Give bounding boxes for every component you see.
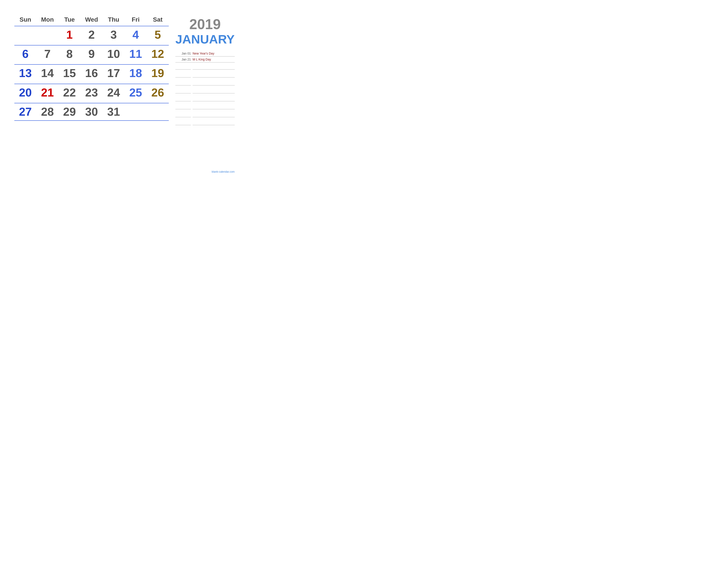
day-header-tue: Tue: [58, 14, 81, 25]
notes-line-right: [193, 97, 235, 101]
day-cell: [125, 105, 147, 119]
day-header-fri: Fri: [125, 14, 147, 25]
day-cell: 27: [14, 105, 36, 119]
notes-line-pair: [175, 113, 235, 118]
day-cell: 4: [125, 28, 147, 42]
day-header-mon: Mon: [36, 14, 58, 25]
calendar-grid: SunMonTueWedThuFriSat 123456789101112131…: [14, 14, 169, 173]
notes-line-left: [175, 97, 191, 101]
day-cell: 14: [36, 66, 58, 80]
day-cell: 16: [81, 66, 103, 80]
day-cell: 1: [58, 28, 81, 42]
day-cell: 31: [103, 105, 125, 119]
notes-line-left: [175, 121, 191, 125]
day-header-wed: Wed: [81, 14, 103, 25]
day-cell: 5: [147, 28, 169, 42]
notes-line-pair: [175, 121, 235, 126]
day-cell: 22: [58, 85, 81, 100]
year-display: 2019: [175, 17, 235, 32]
day-cell: 21: [36, 85, 58, 100]
notes-line-left: [175, 81, 191, 85]
notes-line-left: [175, 105, 191, 109]
day-cell: 8: [58, 47, 81, 61]
notes-line-pair: [175, 73, 235, 78]
holiday-name: M L King Day: [193, 58, 235, 61]
notes-line-right: [193, 73, 235, 77]
week-row-4: 20212223242526: [14, 84, 169, 101]
day-cell: 20: [14, 85, 36, 100]
day-header-sat: Sat: [147, 14, 169, 25]
notes-line-left: [175, 73, 191, 77]
day-header-sun: Sun: [14, 14, 36, 25]
day-cell: 9: [81, 47, 103, 61]
notes-line-left: [175, 89, 191, 93]
day-cell: [14, 28, 36, 42]
holidays-section: Jan 01New Year's DayJan 21M L King Day: [175, 51, 235, 62]
day-cell: 7: [36, 47, 58, 61]
notes-line-right: [193, 81, 235, 85]
day-cell: 25: [125, 85, 147, 100]
calendar-container: SunMonTueWedThuFriSat 123456789101112131…: [6, 8, 237, 180]
calendar-info-panel: 2019 JANUARY Jan 01New Year's DayJan 21M…: [175, 14, 235, 173]
holiday-date: Jan 01: [175, 52, 191, 55]
day-cell: 26: [147, 85, 169, 100]
holiday-name: New Year's Day: [193, 52, 235, 55]
day-cell: 2: [81, 28, 103, 42]
day-cell: 6: [14, 47, 36, 61]
day-cell: 3: [103, 28, 125, 42]
day-cell: 30: [81, 105, 103, 119]
day-header-thu: Thu: [103, 14, 125, 25]
notes-line-left: [175, 113, 191, 117]
notes-section: [175, 65, 235, 169]
notes-line-pair: [175, 105, 235, 110]
holiday-row: Jan 21M L King Day: [175, 56, 235, 62]
notes-line-pair: [175, 65, 235, 70]
day-cell: 10: [103, 47, 125, 61]
day-cell: 28: [36, 105, 58, 119]
notes-line-right: [193, 89, 235, 93]
day-cell: 29: [58, 105, 81, 119]
notes-line-pair: [175, 97, 235, 102]
week-row-3: 13141516171819: [14, 64, 169, 82]
day-cell: 15: [58, 66, 81, 80]
week-row-5: 2728293031: [14, 103, 169, 121]
month-display: JANUARY: [175, 32, 235, 46]
holiday-date: Jan 21: [175, 58, 191, 61]
week-row-1: 12345: [14, 26, 169, 43]
notes-line-right: [193, 65, 235, 70]
notes-line-pair: [175, 89, 235, 94]
day-cell: 24: [103, 85, 125, 100]
day-cell: 11: [125, 47, 147, 61]
day-cell: 23: [81, 85, 103, 100]
day-cell: 18: [125, 66, 147, 80]
day-cell: 13: [14, 66, 36, 80]
week-row-2: 6789101112: [14, 45, 169, 62]
holiday-row: Jan 01New Year's Day: [175, 51, 235, 56]
day-headers-row: SunMonTueWedThuFriSat: [14, 14, 169, 25]
notes-line-right: [193, 105, 235, 109]
notes-line-right: [193, 113, 235, 117]
day-cell: [147, 105, 169, 119]
day-cell: [36, 28, 58, 42]
website-credit: blank-calendar.com: [175, 169, 235, 173]
notes-line-pair: [175, 81, 235, 86]
day-cell: 12: [147, 47, 169, 61]
day-cell: 17: [103, 66, 125, 80]
notes-line-right: [193, 121, 235, 125]
day-cell: 19: [147, 66, 169, 80]
notes-line-left: [175, 65, 191, 70]
